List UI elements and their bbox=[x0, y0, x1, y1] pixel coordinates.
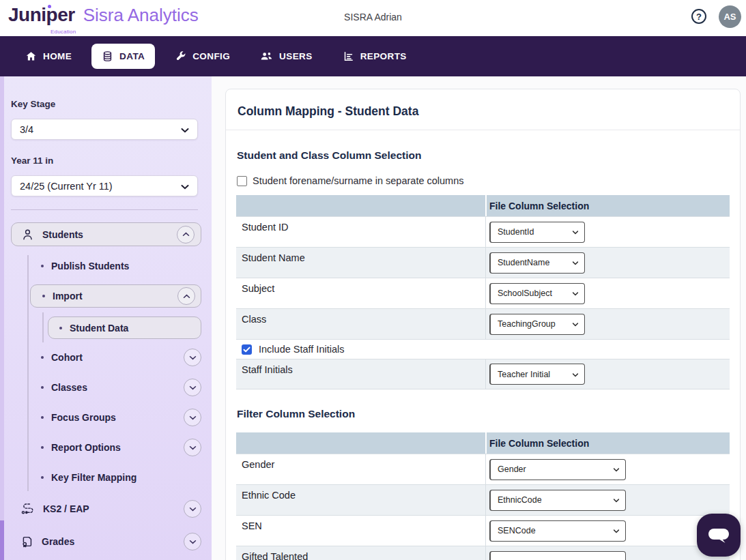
nav-config-label: CONFIG bbox=[192, 51, 230, 61]
table-row-ethnic-code: Ethnic Code EthnicCode bbox=[236, 484, 730, 515]
route-icon bbox=[21, 503, 34, 515]
student-name-select[interactable]: StudentName bbox=[489, 252, 585, 274]
chevron-down-icon[interactable] bbox=[184, 349, 201, 366]
chevron-down-icon[interactable] bbox=[184, 379, 201, 396]
chevron-down-icon bbox=[181, 181, 189, 192]
chevron-down-icon[interactable] bbox=[184, 409, 201, 426]
student-id-select[interactable]: StudentId bbox=[489, 222, 585, 243]
table-header-empty-cell bbox=[236, 195, 485, 216]
select-value: StudentId bbox=[498, 227, 534, 237]
key-stage-select[interactable]: 3/4 bbox=[11, 119, 198, 140]
row-label: Gifted Talented bbox=[236, 546, 485, 560]
sidebar-item-grades[interactable]: Grades bbox=[21, 533, 201, 550]
report-options-label: Report Options bbox=[51, 442, 121, 453]
main-content: Column Mapping - Student Data Student an… bbox=[212, 76, 746, 560]
sidebar-item-classes[interactable]: Classes bbox=[41, 379, 201, 396]
row-label: SEN bbox=[236, 516, 485, 546]
sidebar-item-students[interactable]: Students bbox=[11, 222, 201, 246]
table-row-subject: Subject SchoolSubject bbox=[236, 278, 730, 308]
gifted-talented-select[interactable] bbox=[489, 551, 626, 560]
nav-reports[interactable]: REPORTS bbox=[332, 44, 417, 69]
filter-table: File Column Selection Gender Gender Ethn… bbox=[236, 432, 730, 560]
nav-home[interactable]: HOME bbox=[15, 44, 82, 69]
chevron-down-icon[interactable] bbox=[184, 533, 201, 550]
table-header-empty-cell bbox=[236, 432, 485, 454]
students-label: Students bbox=[42, 229, 83, 240]
home-icon bbox=[25, 50, 37, 62]
sidebar-item-student-data[interactable]: Student Data bbox=[48, 316, 201, 339]
select-value: Teacher Initial bbox=[498, 370, 550, 379]
table-row-student-name: Student Name StudentName bbox=[236, 247, 730, 278]
ks2-eap-label: KS2 / EAP bbox=[43, 503, 89, 514]
row-label: Class bbox=[236, 309, 485, 339]
sidebar-item-cohort[interactable]: Cohort bbox=[41, 349, 201, 366]
subject-select[interactable]: SchoolSubject bbox=[489, 283, 585, 304]
focus-groups-label: Focus Groups bbox=[51, 412, 116, 423]
sidebar-item-focus-groups[interactable]: Focus Groups bbox=[41, 409, 201, 426]
wrench-icon bbox=[175, 50, 186, 62]
include-staff-initials-checkbox[interactable] bbox=[242, 344, 252, 355]
chevron-up-icon[interactable] bbox=[177, 226, 195, 244]
nav-reports-label: REPORTS bbox=[360, 51, 407, 61]
year-value: 24/25 (Current Yr 11) bbox=[20, 181, 113, 192]
key-filter-mapping-label: Key Filter Mapping bbox=[51, 472, 137, 483]
year-select[interactable]: 24/25 (Current Yr 11) bbox=[11, 175, 198, 196]
avatar[interactable]: AS bbox=[719, 5, 741, 28]
staff-initials-select[interactable]: Teacher Initial bbox=[489, 364, 585, 385]
sidebar-item-key-filter-mapping[interactable]: Key Filter Mapping bbox=[41, 471, 201, 484]
person-icon bbox=[22, 229, 33, 241]
section-heading-student-class: Student and Class Column Selection bbox=[237, 149, 730, 162]
table-row-gifted-talented: Gifted Talented bbox=[236, 546, 730, 560]
ethnic-code-select[interactable]: EthnicCode bbox=[489, 490, 626, 511]
sidebar-scrollbar-thumb[interactable] bbox=[0, 520, 4, 560]
chevron-down-icon[interactable] bbox=[184, 439, 201, 456]
nav-users-label: USERS bbox=[279, 51, 313, 61]
class-select[interactable]: TeachingGroup bbox=[489, 314, 585, 335]
table-row-class: Class TeachingGroup bbox=[236, 308, 730, 339]
sidebar: Key Stage 3/4 Year 11 in 24/25 (Current … bbox=[0, 76, 212, 560]
bullet-icon bbox=[41, 386, 44, 389]
page: Juniper Education Sisra Analytics SISRA … bbox=[0, 0, 746, 560]
separate-columns-checkbox[interactable] bbox=[237, 176, 247, 186]
reports-icon bbox=[343, 50, 354, 62]
nav-config[interactable]: CONFIG bbox=[164, 44, 240, 69]
table-header-row: File Column Selection bbox=[236, 195, 730, 216]
bullet-icon bbox=[41, 416, 44, 419]
separate-columns-checkbox-row: Student forename/surname in separate col… bbox=[237, 175, 730, 186]
chevron-down-icon bbox=[609, 557, 620, 560]
cohort-label: Cohort bbox=[51, 352, 83, 363]
row-label: Subject bbox=[236, 278, 485, 308]
sidebar-item-ks2-eap[interactable]: KS2 / EAP bbox=[21, 500, 201, 518]
nav-data-label: DATA bbox=[119, 51, 145, 61]
nav-data[interactable]: DATA bbox=[91, 44, 155, 69]
row-label: Staff Initials bbox=[236, 359, 485, 389]
grades-label: Grades bbox=[42, 536, 74, 547]
chevron-down-icon[interactable] bbox=[184, 500, 201, 518]
select-value: StudentName bbox=[498, 258, 549, 267]
help-question-mark: ? bbox=[696, 12, 702, 22]
chevron-down-icon bbox=[609, 465, 620, 474]
avatar-initials: AS bbox=[723, 12, 736, 22]
student-data-label: Student Data bbox=[70, 323, 128, 334]
sidebar-item-import[interactable]: Import bbox=[30, 284, 201, 308]
gender-select[interactable]: Gender bbox=[489, 459, 626, 480]
top-header: Juniper Education Sisra Analytics SISRA … bbox=[0, 0, 746, 36]
table-header-file-column: File Column Selection bbox=[485, 432, 730, 454]
nav-users[interactable]: USERS bbox=[250, 44, 323, 69]
publish-students-label: Publish Students bbox=[51, 261, 129, 271]
select-value: Gender bbox=[498, 465, 526, 474]
include-staff-initials-label: Include Staff Initials bbox=[259, 344, 344, 355]
logo-dot-icon bbox=[48, 5, 51, 8]
help-icon[interactable]: ? bbox=[691, 9, 706, 24]
sidebar-item-publish-students[interactable]: Publish Students bbox=[41, 260, 201, 272]
chevron-down-icon bbox=[568, 370, 579, 379]
sidebar-item-report-options[interactable]: Report Options bbox=[41, 439, 201, 456]
chevron-up-icon[interactable] bbox=[177, 287, 195, 305]
sen-select[interactable]: SENCode bbox=[489, 520, 626, 542]
year-label: Year 11 in bbox=[11, 156, 53, 166]
row-label: Student Name bbox=[236, 248, 485, 278]
database-icon bbox=[102, 50, 113, 62]
logo-education-text: Education bbox=[51, 29, 76, 35]
select-value: TeachingGroup bbox=[498, 319, 556, 329]
chat-launcher-button[interactable] bbox=[697, 514, 741, 557]
